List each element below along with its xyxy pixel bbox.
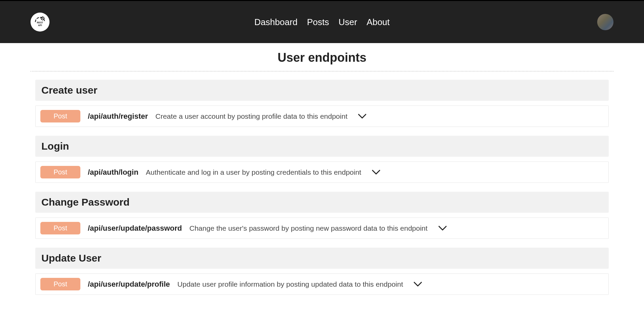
endpoint-row[interactable]: Post /api/user/update/password Change th… [35,217,609,239]
section-header-change-password: Change Password [35,192,609,213]
page-title: User endpoints [31,51,613,65]
endpoint-section: Update User Post /api/user/update/profil… [35,248,609,295]
endpoint-path: /api/auth/login [88,168,138,177]
endpoint-section: Login Post /api/auth/login Authenticate … [35,136,609,183]
nav-posts[interactable]: Posts [307,17,329,27]
http-method-badge: Post [40,110,80,122]
logo[interactable]: REST API [31,13,50,32]
section-title: Update User [41,252,603,264]
svg-point-1 [42,18,43,19]
section-title: Change Password [41,196,603,208]
svg-text:API: API [38,24,42,26]
endpoint-section: Change Password Post /api/user/update/pa… [35,192,609,239]
section-header-login: Login [35,136,609,157]
chevron-down-icon[interactable] [413,281,423,288]
http-method-badge: Post [40,278,80,290]
endpoint-section: Create user Post /api/auth/register Crea… [35,80,609,127]
page-content: User endpoints Create user Post /api/aut… [0,51,644,317]
chevron-down-icon[interactable] [438,225,447,232]
svg-text:REST: REST [37,21,43,24]
section-header-create-user: Create user [35,80,609,101]
rest-api-logo-icon: REST API [32,14,48,30]
endpoint-description: Update user profile information by posti… [177,280,403,288]
endpoint-row[interactable]: Post /api/auth/login Authenticate and lo… [35,161,609,183]
endpoint-path: /api/user/update/password [88,224,182,233]
chevron-down-icon[interactable] [357,113,367,120]
chevron-down-icon[interactable] [371,169,381,176]
endpoint-description: Create a user account by posting profile… [155,112,347,120]
endpoint-path: /api/auth/register [88,112,148,121]
nav-user[interactable]: User [338,17,357,27]
section-header-update-user: Update User [35,248,609,269]
http-method-badge: Post [40,222,80,234]
avatar[interactable] [597,14,613,30]
nav-dashboard[interactable]: Dashboard [254,17,297,27]
main-nav: Dashboard Posts User About [254,17,390,27]
header: REST API Dashboard Posts User About [0,1,644,43]
nav-about[interactable]: About [367,17,390,27]
divider [31,71,613,72]
endpoint-description: Authenticate and log in a user by postin… [146,168,361,176]
endpoint-description: Change the user's password by posting ne… [190,224,428,232]
section-title: Login [41,140,603,152]
endpoint-row[interactable]: Post /api/auth/register Create a user ac… [35,106,609,127]
endpoint-row[interactable]: Post /api/user/update/profile Update use… [35,273,609,295]
http-method-badge: Post [40,166,80,178]
endpoint-path: /api/user/update/profile [88,280,170,289]
section-title: Create user [41,84,603,96]
